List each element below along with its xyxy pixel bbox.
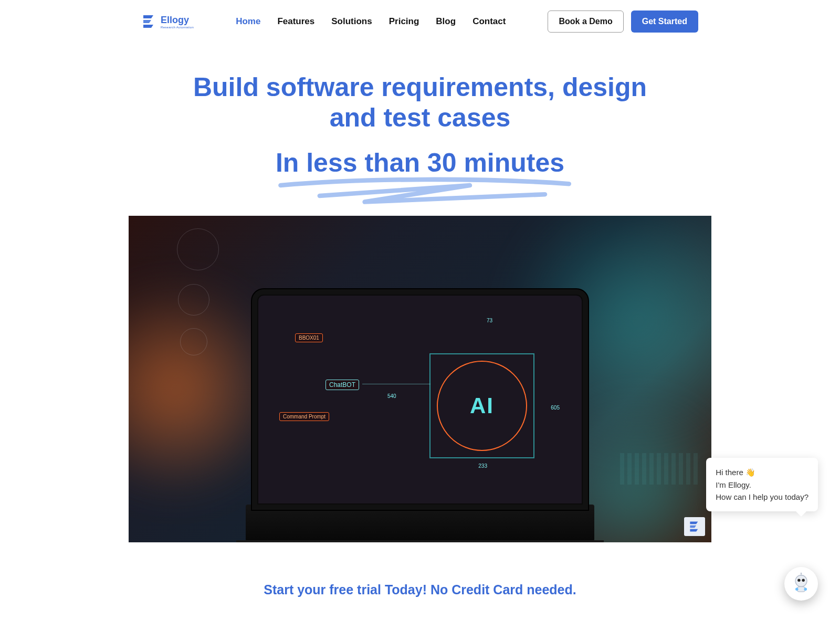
nav-pricing[interactable]: Pricing: [389, 16, 419, 27]
logo-mark-icon: [142, 13, 156, 30]
main-nav: Home Features Solutions Pricing Blog Con…: [236, 16, 506, 27]
cta-text: Start your free trial Today! No Credit C…: [0, 582, 840, 597]
chat-line-3: How can I help you today?: [716, 491, 808, 503]
underline-scribble-icon: [275, 175, 575, 213]
brand-tagline: Research Automation: [161, 26, 194, 29]
laptop-illustration: AI BBOX01 ChatBOT Command Prompt 73 540 …: [236, 295, 604, 542]
header-actions: Book a Demo Get Started: [548, 10, 698, 33]
media-chip-cmd: Command Prompt: [279, 412, 329, 421]
nav-solutions[interactable]: Solutions: [331, 16, 372, 27]
nav-blog[interactable]: Blog: [436, 16, 456, 27]
chat-launcher-button[interactable]: [784, 567, 818, 601]
book-demo-button[interactable]: Book a Demo: [548, 10, 623, 33]
ai-label: AI: [470, 393, 494, 418]
site-header: Ellogy Research Automation Home Features…: [142, 0, 698, 43]
brand-name: Ellogy: [161, 15, 194, 26]
hero-section: Build software requirements, design and …: [142, 43, 698, 178]
brand-logo[interactable]: Ellogy Research Automation: [142, 13, 194, 30]
svg-point-7: [801, 573, 802, 574]
video-watermark-icon: [684, 517, 705, 536]
media-num-2: 540: [387, 393, 396, 399]
media-chip-bbox: BBOX01: [295, 333, 323, 342]
svg-point-4: [795, 588, 799, 591]
hero-title: Build software requirements, design and …: [184, 72, 656, 133]
svg-point-1: [797, 579, 801, 582]
nav-contact[interactable]: Contact: [472, 16, 506, 27]
media-num-1: 73: [487, 318, 492, 323]
robot-icon: [790, 572, 813, 595]
media-num-3: 605: [551, 405, 560, 411]
media-num-4: 233: [478, 463, 487, 469]
svg-point-2: [802, 579, 805, 582]
chat-popup[interactable]: Hi there 👋 I'm Ellogy. How can I help yo…: [706, 458, 818, 511]
chat-line-2: I'm Ellogy.: [716, 479, 808, 491]
get-started-button[interactable]: Get Started: [631, 10, 698, 33]
nav-home[interactable]: Home: [236, 16, 260, 27]
chat-line-1: Hi there 👋: [716, 466, 808, 478]
hero-subtitle: In less than 30 minutes: [276, 148, 564, 178]
nav-features[interactable]: Features: [277, 16, 314, 27]
hero-media: AI BBOX01 ChatBOT Command Prompt 73 540 …: [129, 216, 711, 542]
svg-point-5: [804, 588, 807, 591]
svg-point-0: [795, 575, 807, 587]
media-chip-chatbot: ChatBOT: [326, 380, 359, 390]
